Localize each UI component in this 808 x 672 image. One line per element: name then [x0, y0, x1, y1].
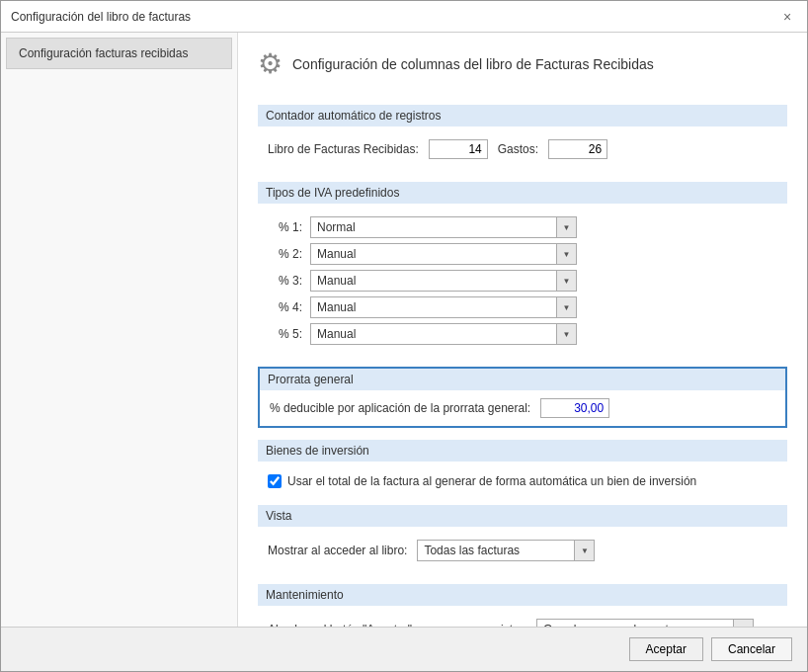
libro-input[interactable] — [429, 139, 488, 159]
sidebar: Configuración facturas recibidas — [1, 33, 238, 627]
prorrata-label: % deducible por aplicación de la prorrat… — [270, 401, 530, 415]
iva-row-3: % 3: Manual ▼ — [268, 270, 777, 292]
vista-content: Mostrar al acceder al libro: Todas las f… — [258, 535, 787, 572]
iva-dropdown-4[interactable]: Manual ▼ — [310, 296, 577, 318]
mantenimiento-dropdown[interactable]: Guardar y cerrar la ventana ▼ — [536, 619, 754, 627]
gastos-label: Gastos: — [498, 142, 538, 156]
section-vista: Vista Mostrar al acceder al libro: Todas… — [258, 505, 787, 572]
vista-dropdown-text: Todas las facturas — [418, 542, 574, 559]
section-header-bienes: Bienes de inversión — [258, 440, 787, 462]
iva-dropdown-4-text: Manual — [311, 298, 556, 316]
section-bienes: Bienes de inversión Usar el total de la … — [258, 440, 787, 493]
gastos-input[interactable] — [548, 139, 607, 159]
iva-dropdown-1-arrow: ▼ — [556, 217, 576, 237]
section-header-mantenimiento: Mantenimiento — [258, 584, 787, 606]
section-prorrata: Prorrata general % deducible por aplicac… — [258, 367, 787, 428]
section-contador: Contador automático de registros Libro d… — [258, 105, 787, 170]
iva-dropdown-3[interactable]: Manual ▼ — [310, 270, 577, 292]
footer-bar: Aceptar Cancelar — [1, 627, 807, 671]
iva-dropdown-4-arrow: ▼ — [556, 297, 576, 317]
vista-dropdown-arrow: ▼ — [574, 541, 594, 560]
section-header-prorrata: Prorrata general — [260, 369, 785, 390]
close-button[interactable]: × — [777, 7, 797, 27]
iva-dropdown-1-text: Normal — [311, 218, 556, 236]
bienes-checkbox-label: Usar el total de la factura al generar d… — [287, 474, 696, 488]
iva-label-5: % 5: — [268, 327, 302, 341]
prorrata-content: % deducible por aplicación de la prorrat… — [260, 390, 785, 426]
mantenimiento-field-row: Al pulsar el botón "Aceptar" en un nuevo… — [268, 619, 777, 627]
iva-row-4: % 4: Manual ▼ — [268, 296, 777, 318]
bienes-checkbox[interactable] — [268, 474, 282, 488]
section-mantenimiento: Mantenimiento Al pulsar el botón "Acepta… — [258, 584, 787, 627]
section-header-contador: Contador automático de registros — [258, 105, 787, 126]
mantenimiento-dropdown-arrow: ▼ — [733, 620, 753, 627]
section-tipos-iva: Tipos de IVA predefinidos % 1: Normal ▼ … — [258, 182, 787, 355]
iva-dropdown-2-arrow: ▼ — [556, 244, 576, 264]
content-area: Configuración facturas recibidas ⚙ Confi… — [1, 33, 807, 627]
sidebar-item-facturas-recibidas[interactable]: Configuración facturas recibidas — [6, 38, 232, 69]
prorrata-input[interactable] — [540, 398, 609, 418]
iva-dropdown-5[interactable]: Manual ▼ — [310, 323, 577, 345]
section-content-tipos-iva: % 1: Normal ▼ % 2: Manual ▼ — [258, 211, 787, 355]
mantenimiento-dropdown-text: Guardar y cerrar la ventana — [537, 621, 733, 627]
iva-label-4: % 4: — [268, 300, 302, 314]
iva-dropdown-2-text: Manual — [311, 245, 556, 263]
accept-button[interactable]: Aceptar — [629, 637, 703, 661]
libro-label: Libro de Facturas Recibidas: — [268, 142, 419, 156]
window-title: Configuración del libro de facturas — [11, 10, 191, 24]
iva-label-2: % 2: — [268, 247, 302, 261]
iva-row-5: % 5: Manual ▼ — [268, 323, 777, 345]
vista-dropdown[interactable]: Todas las facturas ▼ — [417, 540, 595, 561]
gear-icon: ⚙ — [258, 47, 283, 80]
section-content-contador: Libro de Facturas Recibidas: Gastos: — [258, 134, 787, 170]
mantenimiento-content: Al pulsar el botón "Aceptar" en un nuevo… — [258, 614, 787, 627]
iva-row-2: % 2: Manual ▼ — [268, 243, 777, 265]
bienes-checkbox-row: Usar el total de la factura al generar d… — [258, 469, 787, 493]
panel-title: Configuración de columnas del libro de F… — [292, 56, 654, 72]
iva-row-1: % 1: Normal ▼ — [268, 216, 777, 238]
iva-dropdown-5-arrow: ▼ — [556, 324, 576, 344]
iva-dropdown-3-arrow: ▼ — [556, 271, 576, 291]
main-panel: ⚙ Configuración de columnas del libro de… — [238, 33, 807, 627]
main-window: Configuración del libro de facturas × Co… — [0, 0, 808, 672]
iva-dropdown-1[interactable]: Normal ▼ — [310, 216, 577, 238]
section-header-vista: Vista — [258, 505, 787, 527]
iva-dropdown-2[interactable]: Manual ▼ — [310, 243, 577, 265]
contador-field-row: Libro de Facturas Recibidas: Gastos: — [268, 139, 777, 159]
title-bar: Configuración del libro de facturas × — [1, 1, 807, 33]
iva-label-3: % 3: — [268, 274, 302, 288]
cancel-button[interactable]: Cancelar — [711, 637, 792, 661]
vista-label: Mostrar al acceder al libro: — [268, 544, 407, 557]
panel-header: ⚙ Configuración de columnas del libro de… — [258, 47, 787, 90]
vista-field-row: Mostrar al acceder al libro: Todas las f… — [268, 540, 777, 561]
section-header-tipos-iva: Tipos de IVA predefinidos — [258, 182, 787, 204]
iva-label-1: % 1: — [268, 220, 302, 234]
iva-dropdown-3-text: Manual — [311, 272, 556, 290]
iva-dropdown-5-text: Manual — [311, 325, 556, 343]
